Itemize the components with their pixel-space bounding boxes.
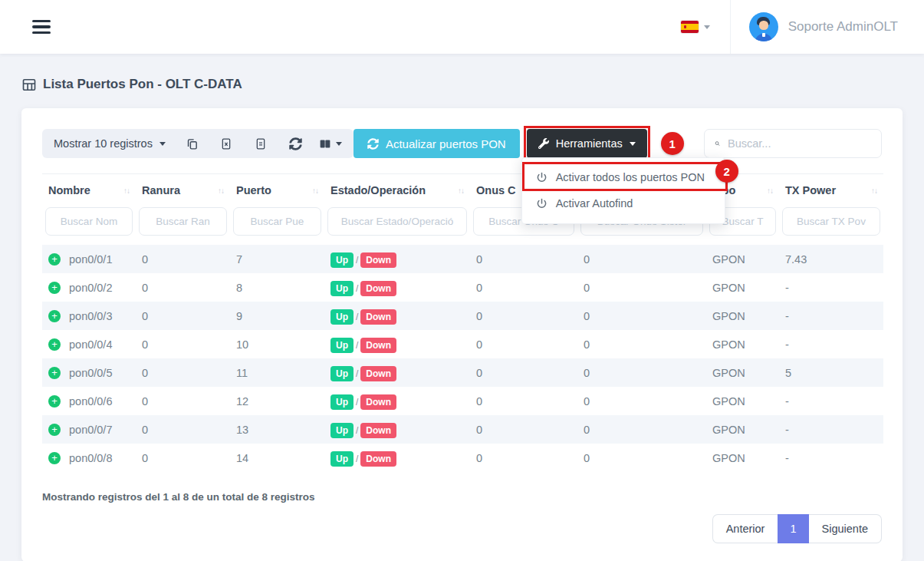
status-down-badge[interactable]: Down bbox=[360, 451, 396, 467]
cell-estado: Up/Down bbox=[324, 415, 470, 444]
cell-tipo: GPON bbox=[706, 387, 779, 415]
column-label: Onus C bbox=[476, 184, 516, 196]
table-icon bbox=[22, 78, 36, 91]
cell-ranura: 0 bbox=[136, 387, 230, 415]
cell-onus-sistema: 0 bbox=[577, 358, 706, 387]
filter-cell-ranura bbox=[136, 206, 230, 245]
sort-icon: ↑↓ bbox=[218, 186, 224, 195]
status-up-badge[interactable]: Up bbox=[330, 394, 353, 410]
status-down-badge[interactable]: Down bbox=[360, 423, 396, 438]
cell-tipo: GPON bbox=[706, 444, 779, 472]
cell-tx-power: - bbox=[779, 330, 883, 358]
status-up-badge[interactable]: Up bbox=[330, 451, 353, 467]
menu-toggle-icon[interactable] bbox=[32, 20, 51, 35]
cell-tx-power: 7.43 bbox=[779, 245, 883, 273]
user-menu[interactable]: Soporte AdminOLT bbox=[731, 12, 924, 41]
expand-row-icon[interactable]: + bbox=[48, 310, 61, 322]
sort-icon: ↑↓ bbox=[767, 186, 773, 195]
cell-onus-conectadas: 0 bbox=[470, 444, 577, 472]
file-export-icon bbox=[255, 137, 267, 151]
status-up-badge[interactable]: Up bbox=[330, 252, 353, 268]
column-visibility-button[interactable] bbox=[313, 129, 347, 158]
search-input[interactable] bbox=[728, 137, 871, 150]
filter-input-tx-power[interactable] bbox=[782, 207, 880, 236]
name-cell-wrap: +pon0/0/1 bbox=[42, 245, 136, 273]
expand-row-icon[interactable]: + bbox=[48, 282, 61, 294]
cell-onus-sistema: 0 bbox=[577, 444, 706, 472]
filter-input-puerto[interactable] bbox=[233, 207, 321, 236]
table-row: +pon0/0/8014Up/Down00GPON- bbox=[42, 444, 883, 472]
status-up-badge[interactable]: Up bbox=[330, 366, 353, 381]
excel-export-button[interactable] bbox=[209, 129, 244, 158]
status-down-badge[interactable]: Down bbox=[360, 366, 396, 381]
expand-row-icon[interactable]: + bbox=[48, 452, 61, 464]
status-down-badge[interactable]: Down bbox=[360, 394, 396, 410]
sync-icon bbox=[367, 138, 379, 150]
status-down-badge[interactable]: Down bbox=[360, 338, 396, 353]
table-row: +pon0/0/7013Up/Down00GPON- bbox=[42, 415, 883, 444]
status-up-badge[interactable]: Up bbox=[330, 338, 353, 353]
expand-row-icon[interactable]: + bbox=[48, 253, 61, 266]
pagination-previous[interactable]: Anterior bbox=[712, 514, 778, 543]
language-selector[interactable] bbox=[661, 21, 730, 33]
search-box bbox=[704, 129, 882, 158]
cell-tipo: GPON bbox=[706, 273, 779, 302]
column-header-ranura[interactable]: Ranura↑↓ bbox=[136, 174, 230, 206]
file-export-button[interactable] bbox=[244, 129, 278, 158]
menu-item-2[interactable]: Activar Autofind bbox=[522, 190, 725, 216]
cell-onus-conectadas: 0 bbox=[470, 415, 577, 444]
name-cell-wrap: +pon0/0/4 bbox=[42, 330, 136, 358]
records-info: Mostrando registros del 1 al 8 de un tot… bbox=[42, 491, 882, 503]
filter-input-nombre[interactable] bbox=[45, 207, 133, 236]
pagination-next[interactable]: Siguiente bbox=[809, 514, 882, 543]
column-header-puerto[interactable]: Puerto↑↓ bbox=[230, 174, 324, 206]
port-name: pon0/0/5 bbox=[69, 367, 112, 379]
status-down-badge[interactable]: Down bbox=[360, 309, 396, 325]
table-row: +pon0/0/208Up/Down00GPON- bbox=[42, 273, 883, 302]
table-row: +pon0/0/309Up/Down00GPON- bbox=[42, 302, 883, 330]
menu-item-1[interactable]: Activar todos los puertos PON bbox=[522, 164, 725, 190]
annotation-badge-2: 2 bbox=[715, 160, 738, 183]
length-menu-button[interactable]: Mostrar 10 registros bbox=[54, 137, 175, 150]
cell-onus-sistema: 0 bbox=[577, 387, 706, 415]
expand-row-icon[interactable]: + bbox=[48, 338, 61, 351]
refresh-pon-ports-button[interactable]: Actualizar puertos PON bbox=[353, 129, 520, 158]
port-name: pon0/0/1 bbox=[69, 253, 112, 266]
name-cell-wrap: +pon0/0/7 bbox=[42, 415, 136, 444]
column-header-estado-operacion[interactable]: Estado/Operación↑↓ bbox=[324, 174, 470, 206]
search-icon bbox=[715, 137, 720, 150]
filter-input-ranura[interactable] bbox=[139, 207, 227, 236]
table-body: +pon0/0/107Up/Down00GPON7.43+pon0/0/208U… bbox=[42, 245, 883, 472]
cell-ranura: 0 bbox=[136, 415, 230, 444]
cell-estado: Up/Down bbox=[324, 444, 470, 472]
status-separator: / bbox=[356, 283, 358, 294]
column-label: Nombre bbox=[48, 184, 90, 196]
column-label: TX Power bbox=[785, 184, 836, 196]
port-name: pon0/0/7 bbox=[69, 424, 112, 436]
reload-icon bbox=[289, 137, 302, 150]
filter-input-estado-operacion[interactable] bbox=[327, 207, 467, 236]
filter-cell-puerto bbox=[230, 206, 324, 245]
reload-button[interactable] bbox=[278, 129, 313, 158]
pagination-page-1[interactable]: 1 bbox=[778, 514, 808, 543]
expand-row-icon[interactable]: + bbox=[48, 395, 61, 408]
status-down-badge[interactable]: Down bbox=[360, 281, 396, 296]
name-cell-wrap: +pon0/0/8 bbox=[42, 444, 136, 472]
expand-row-icon[interactable]: + bbox=[48, 424, 61, 436]
cell-tipo: GPON bbox=[706, 330, 779, 358]
name-cell-wrap: +pon0/0/6 bbox=[42, 387, 136, 415]
cell-onus-sistema: 0 bbox=[577, 273, 706, 302]
status-up-badge[interactable]: Up bbox=[330, 309, 353, 325]
tools-dropdown-button[interactable]: Herramientas bbox=[527, 129, 647, 158]
filter-cell-estado-operacion bbox=[324, 206, 470, 245]
cell-puerto: 7 bbox=[230, 245, 324, 273]
column-header-tx-power[interactable]: TX Power↑↓ bbox=[779, 174, 883, 206]
status-down-badge[interactable]: Down bbox=[360, 252, 396, 268]
copy-button[interactable] bbox=[175, 129, 209, 158]
status-up-badge[interactable]: Up bbox=[330, 281, 353, 296]
column-header-nombre[interactable]: Nombre↑↓ bbox=[42, 174, 136, 206]
status-up-badge[interactable]: Up bbox=[330, 423, 353, 438]
cell-puerto: 8 bbox=[230, 273, 324, 302]
expand-row-icon[interactable]: + bbox=[48, 367, 61, 379]
table-filter-row bbox=[42, 206, 883, 245]
